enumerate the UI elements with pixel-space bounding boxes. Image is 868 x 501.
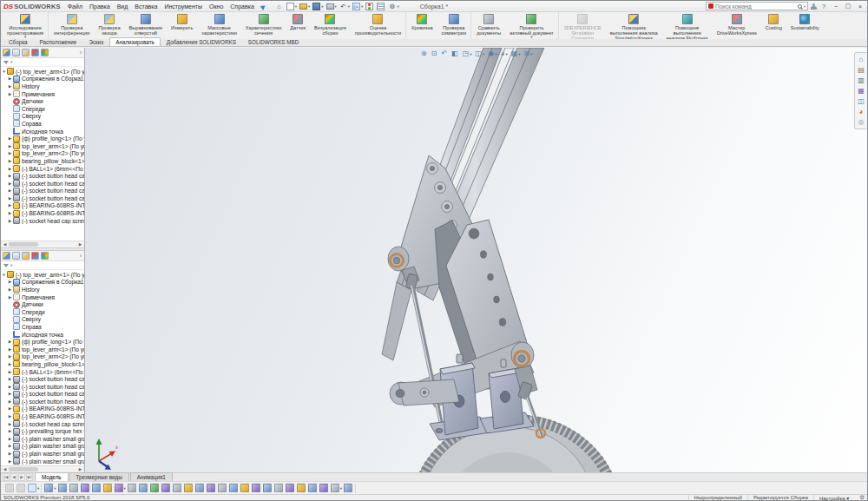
toolbar-icon[interactable] <box>16 484 26 492</box>
search-dropdown-icon[interactable]: ▾ <box>804 4 806 9</box>
propertymanager-tab-icon[interactable] <box>12 252 20 260</box>
menu-help[interactable]: Справка <box>227 3 257 10</box>
section-view-icon[interactable]: ◧ <box>450 49 460 58</box>
tree-expander-icon[interactable]: ▶ <box>7 295 13 300</box>
file-properties-button[interactable] <box>376 1 386 11</box>
view-palette-icon[interactable]: ◫ <box>858 97 865 105</box>
graphics-viewport[interactable]: x ⊕ ⊡ ↶ ◧ <box>85 48 867 472</box>
toolbar-icon[interactable] <box>184 484 194 492</box>
tree-item[interactable]: Спереди <box>1 105 84 113</box>
filter-icon[interactable] <box>3 264 9 267</box>
previous-view-icon[interactable]: ↶ <box>440 49 449 58</box>
tree-item[interactable]: Справа <box>1 323 84 331</box>
toolbar-icon[interactable] <box>252 484 261 492</box>
scroll-right-icon[interactable]: ▶ <box>77 242 83 247</box>
tree-item[interactable]: Сверху <box>1 316 84 324</box>
tree-expander-icon[interactable]: ▶ <box>7 362 13 366</box>
tree-expander-icon[interactable]: ▶ <box>7 144 13 148</box>
filter-dropdown-icon[interactable]: ▾ <box>10 60 12 64</box>
hide-show-items-icon[interactable]: ◉▾ <box>487 49 497 58</box>
toolbar-icon[interactable]: ▾ <box>115 484 126 492</box>
tree-item[interactable]: ▶ Примечания <box>1 293 84 301</box>
toolbar-icon[interactable] <box>274 484 284 492</box>
tree-expander-icon[interactable]: ▶ <box>7 280 13 284</box>
search-input[interactable] <box>715 3 796 10</box>
toolbar-icon[interactable] <box>150 484 160 492</box>
tree-expander-icon[interactable]: ▶ <box>7 347 13 352</box>
tree-expander-icon[interactable]: ▶ <box>7 385 13 389</box>
toolbar-icon[interactable] <box>240 484 250 492</box>
tree-item[interactable]: ▶ Сопряжения в Сборка1 <box>1 76 84 83</box>
driveworksxpress-wizard-button[interactable]: Мастер DriveWorksXpress <box>713 12 761 39</box>
toolbar-icon[interactable] <box>103 484 113 492</box>
tab-sketch[interactable]: Эскиз <box>82 37 109 46</box>
filter-icon[interactable] <box>3 61 9 64</box>
restore-button[interactable]: ▢ <box>844 3 852 10</box>
tree-expander-icon[interactable]: ▶ <box>7 429 13 433</box>
tree-item[interactable]: ▶ (ф) profile_long<1> (По ум <box>1 338 84 346</box>
tab-animation1[interactable]: Анимация1 <box>130 472 173 481</box>
tree-expander-icon[interactable]: ▶ <box>7 181 13 186</box>
tree-item[interactable]: Исходная точка <box>1 128 84 135</box>
toolbar-icon[interactable] <box>5 484 15 492</box>
tab-model[interactable]: Модель <box>35 472 69 481</box>
dimxpertmanager-tab-icon[interactable] <box>31 252 39 260</box>
toolbar-icon[interactable] <box>58 484 68 492</box>
clearance-verification-button[interactable]: Проверка зазора <box>94 12 124 39</box>
costing-button[interactable]: Costing <box>761 12 786 39</box>
undo-button[interactable]: ↶▾ <box>339 1 351 11</box>
featuremanager-tab-icon[interactable] <box>3 252 10 260</box>
toolbar-icon[interactable] <box>218 484 227 492</box>
tree-item[interactable]: Сверху <box>1 113 84 121</box>
toolbar-icon[interactable] <box>195 484 205 492</box>
section-properties-button[interactable]: Характеристики сечения <box>241 12 286 39</box>
menu-window[interactable]: Окно <box>206 3 227 10</box>
tree-item[interactable]: ▶ (-) socket button head cap s <box>1 375 84 383</box>
tree-expander-icon[interactable]: ▶ <box>7 167 13 171</box>
zoom-to-fit-icon[interactable]: ⊕ <box>420 49 429 58</box>
propertymanager-tab-icon[interactable] <box>12 49 20 56</box>
tree-expander-icon[interactable]: ▶ <box>7 188 13 193</box>
panel-expand-icon[interactable]: › <box>80 253 82 259</box>
tree-expander-icon[interactable]: ▶ <box>7 377 13 381</box>
displaymanager-tab-icon[interactable] <box>41 49 49 56</box>
tree-expander-icon[interactable]: ▶ <box>7 84 13 89</box>
symmetry-check-button[interactable]: Проверка симметрии <box>437 12 471 39</box>
select-tool-button[interactable]: ▻▾ <box>352 1 364 11</box>
view-settings-icon[interactable]: ⊞▾ <box>523 49 534 58</box>
search-icon[interactable] <box>798 4 802 9</box>
tree-item[interactable]: Спереди <box>1 308 84 316</box>
toolbar-icon[interactable]: ▾ <box>44 484 56 492</box>
menu-edit[interactable]: Правка <box>86 3 114 10</box>
gear-icon[interactable]: ⚙ <box>859 494 865 501</box>
tree-item[interactable]: ▼ (-) top_lever_arm<1> (По умолч <box>1 271 84 279</box>
solidworks-resources-icon[interactable]: ▤ <box>858 66 865 74</box>
toolbar-icon[interactable] <box>161 484 171 492</box>
toolbar-icon[interactable] <box>173 484 182 492</box>
tree-expander-icon[interactable]: ▶ <box>7 219 13 223</box>
last-tab-icon[interactable]: ▶| <box>26 473 33 481</box>
menu-view[interactable]: Вид <box>114 3 132 10</box>
tree-expander-icon[interactable]: ▶ <box>7 196 13 201</box>
interference-detection-button[interactable]: Проверка интерференции <box>49 12 94 39</box>
toolbar-icon[interactable] <box>286 484 295 492</box>
tree-item[interactable]: ▶ (-) BALL<1> (6mm<<По ум <box>1 165 84 173</box>
tree-item[interactable]: ▶ History <box>1 286 84 293</box>
first-tab-icon[interactable]: |◀ <box>3 473 10 481</box>
sustainability-button[interactable]: Sustainability <box>786 12 824 39</box>
toolbar-icon[interactable] <box>207 484 216 492</box>
toolbar-icon[interactable] <box>92 484 102 492</box>
floxpress-wizard-button[interactable]: Помощник выполнения анализа FloXpress <box>662 12 713 39</box>
tree-expander-icon[interactable]: ▶ <box>7 339 13 344</box>
simulationxpress-wizard-button[interactable]: Помощник выполнения анализа SimulationXp… <box>606 12 662 39</box>
tree-item[interactable]: ▶ (-) socket button head cap s <box>1 180 84 188</box>
toolbar-icon[interactable] <box>81 484 90 492</box>
toolbar-icon[interactable] <box>297 484 306 492</box>
open-button[interactable]: ▾ <box>299 1 311 11</box>
tree-expander-icon[interactable]: ▶ <box>7 422 13 426</box>
appearances-scenes-icon[interactable]: ◕ <box>859 108 864 115</box>
toolbar-icon[interactable] <box>229 484 239 492</box>
save-button[interactable]: ▾ <box>312 1 324 11</box>
tab-solidworks-mbd[interactable]: SOLIDWORKS MBD <box>242 37 305 46</box>
tree-item[interactable]: ▶ (-) plain washer small grade <box>1 458 84 465</box>
